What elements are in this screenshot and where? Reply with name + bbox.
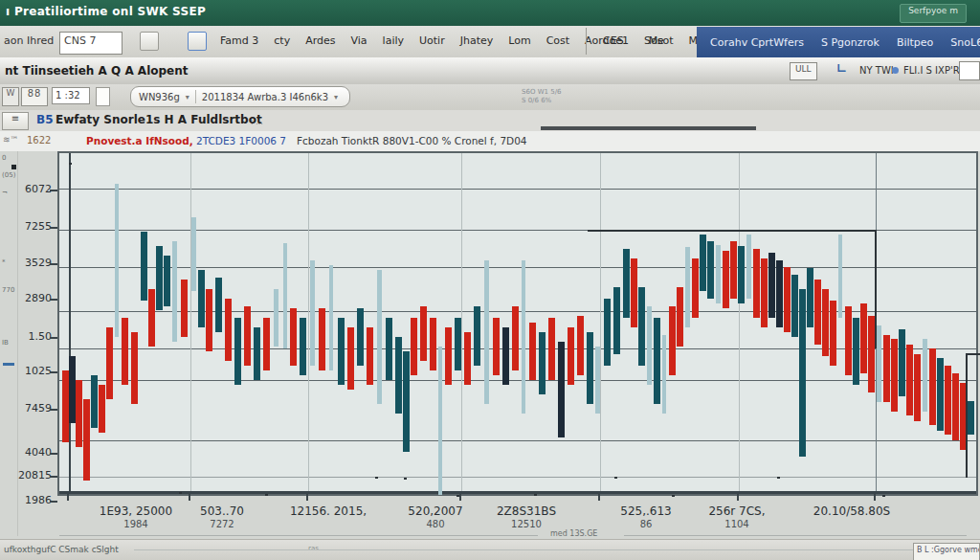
candle xyxy=(164,256,170,306)
candle xyxy=(181,280,188,337)
v-gridline xyxy=(190,153,191,494)
menu-item[interactable]: laily xyxy=(383,34,404,47)
candle xyxy=(638,287,645,366)
y-axis-label: 1025 xyxy=(15,365,52,377)
y-axis-tick xyxy=(50,476,57,478)
candle xyxy=(474,306,480,366)
small-input[interactable] xyxy=(959,61,980,80)
menubar-input[interactable]: CNS 7 xyxy=(59,32,122,55)
series-title-suffix: : ... xyxy=(251,118,263,126)
symbol-combobox[interactable]: WN936g ▾ 2011834 Awrba.3 I46n6k3 ▾ xyxy=(130,86,350,107)
menu-item[interactable]: Cost xyxy=(546,34,569,47)
candle xyxy=(430,318,436,370)
blue-menu-item[interactable]: Biltpeo xyxy=(897,36,933,49)
blue-menu-item[interactable]: S Pgonzrok xyxy=(821,36,880,49)
candle xyxy=(347,327,354,390)
speck xyxy=(534,494,537,496)
candle xyxy=(623,249,630,318)
candle xyxy=(937,358,944,431)
menu-item[interactable]: Me xyxy=(649,34,664,47)
candle xyxy=(604,299,611,366)
candle xyxy=(669,306,676,375)
menu-item[interactable]: Uotir xyxy=(419,34,445,47)
speck xyxy=(179,492,182,494)
candle xyxy=(99,385,105,433)
chevron-down-icon: ▾ xyxy=(186,93,189,101)
candle xyxy=(929,348,936,425)
status-right-box[interactable]: B L :Ggorve wmen xyxy=(913,543,980,560)
candle xyxy=(357,308,364,366)
ctrl-box-2[interactable]: FLI.I S IXP'R xyxy=(903,65,960,76)
candle xyxy=(198,270,205,327)
blue-menu-item[interactable]: SnoL6 xyxy=(950,36,980,49)
menu-item[interactable]: Ardes xyxy=(305,34,335,47)
h-gridline xyxy=(59,189,976,190)
candle xyxy=(776,260,783,327)
candle xyxy=(595,347,600,414)
candle xyxy=(692,258,699,318)
candle xyxy=(445,327,452,385)
candle xyxy=(403,351,410,452)
candle xyxy=(877,325,881,402)
x-axis-label: 12156. 2015, xyxy=(261,504,395,518)
candle xyxy=(338,318,345,385)
speck xyxy=(777,477,780,479)
candle xyxy=(438,347,442,495)
candlestick-chart[interactable] xyxy=(57,151,978,496)
y-axis-tick xyxy=(50,227,57,229)
angle-tool-icon[interactable]: ∟ xyxy=(836,61,847,76)
menu-item[interactable]: cty xyxy=(274,34,290,47)
overlay-line xyxy=(588,230,876,232)
combo-right-value: 2011834 Awrba.3 I46n6k3 xyxy=(202,92,328,102)
new-window-icon[interactable] xyxy=(188,32,207,51)
y-axis-label: 4040 xyxy=(15,446,52,459)
candle xyxy=(283,243,287,348)
h-gridline xyxy=(59,440,976,441)
status-mid-text: ras xyxy=(308,545,319,552)
candle xyxy=(784,267,791,332)
candle xyxy=(791,275,798,337)
y-axis: 60727255352928901.5010257459404020815198… xyxy=(0,0,57,560)
ny-twi-label[interactable]: NY TWI xyxy=(859,65,894,76)
menu-item[interactable]: Lom xyxy=(508,34,530,47)
page-tool-icon[interactable] xyxy=(96,87,110,106)
menu-item[interactable]: Jhatey xyxy=(460,34,494,47)
v-gridline xyxy=(739,153,740,494)
candle xyxy=(868,316,875,392)
candle xyxy=(845,306,852,375)
blue-menu-item[interactable]: Corahv CprtWfers xyxy=(710,36,804,49)
combo-divider xyxy=(195,90,196,103)
h-gridline xyxy=(59,477,976,478)
candle xyxy=(69,356,76,423)
candle xyxy=(891,339,898,412)
candle xyxy=(631,258,637,327)
titlebar-button[interactable]: Serfpyoe m xyxy=(900,4,967,23)
y-axis-tick xyxy=(50,453,57,455)
menu-item[interactable]: CES xyxy=(603,34,624,47)
series-title: Ewfaty Snorle1s H A Fuldlsrtbot xyxy=(56,113,262,126)
print-icon[interactable] xyxy=(140,32,159,51)
x-axis-label: 1E93, 250001984 xyxy=(69,504,203,529)
menu-item[interactable]: Via xyxy=(350,34,367,47)
candle xyxy=(115,184,119,337)
x-axis-label: 20.10/58.80S xyxy=(785,504,919,518)
y-axis-label: 2890 xyxy=(15,292,52,304)
candle xyxy=(234,318,241,385)
interval-stepper[interactable]: 1 :32 xyxy=(52,87,90,104)
candle xyxy=(83,399,90,481)
candle xyxy=(122,318,128,385)
menu-item[interactable]: Famd 3 xyxy=(220,34,258,47)
y-axis-label: 7459 xyxy=(15,402,52,414)
title-bar: ı Preatiliortime onl SWK SSEP Serfpyoe m xyxy=(0,0,980,26)
candle xyxy=(106,327,113,399)
candle xyxy=(290,308,297,366)
chevron-down-icon: ▾ xyxy=(334,93,338,101)
x-axis-label: 525,.61386 xyxy=(579,504,713,529)
candle xyxy=(883,335,890,402)
candle xyxy=(945,366,951,435)
ctrl-box-1[interactable]: ULL xyxy=(790,62,817,80)
y-axis-label: 6072 xyxy=(15,183,52,195)
candle xyxy=(899,329,905,396)
y-axis-tick xyxy=(50,190,57,191)
x-axis-line xyxy=(59,491,976,494)
